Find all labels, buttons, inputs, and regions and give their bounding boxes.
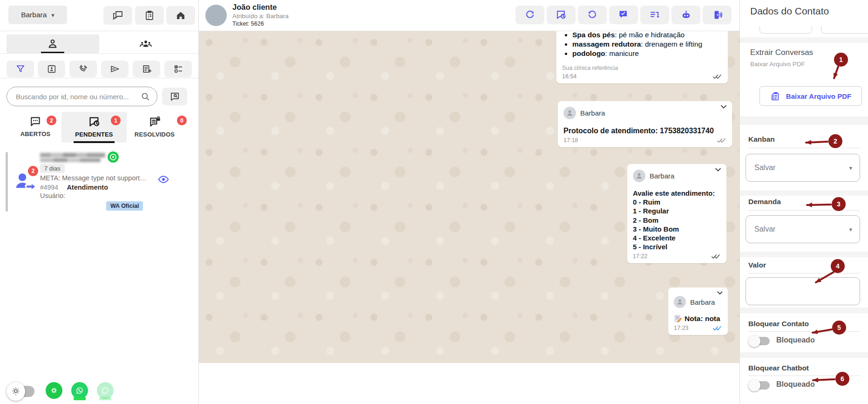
phone-sound-icon: [712, 9, 723, 21]
search-input[interactable]: [15, 92, 140, 101]
chevron-down-icon: ▾: [849, 226, 852, 233]
search-bar: [7, 87, 157, 106]
reload-button[interactable]: [515, 6, 544, 24]
annotation-number: 2: [834, 137, 837, 145]
refresh-icon: [524, 9, 536, 21]
message-menu-chevron-icon[interactable]: [719, 104, 728, 110]
annotation-1: 1: [834, 53, 848, 78]
schedule-message-button[interactable]: [547, 6, 576, 24]
message-bubble[interactable]: Barbara Avalie este atendimento: 0 - Rui…: [627, 164, 726, 263]
user-selector-button[interactable]: Barbara ▾: [8, 6, 67, 24]
download-pdf-label: Baixar Arquivo PDF: [786, 92, 851, 100]
brightness-sun-icon: [11, 386, 21, 397]
contact-avatar[interactable]: [205, 5, 227, 26]
extract-heading: Extrair Conversas: [750, 48, 813, 57]
message-time: 16:54: [562, 73, 576, 80]
demanda-select[interactable]: Salvar ▾: [746, 215, 860, 243]
message-signature: Sua clínica referência: [562, 65, 722, 71]
whatsapp-settings-button[interactable]: [46, 382, 62, 399]
tasks-button[interactable]: [135, 6, 164, 25]
divider: [748, 273, 860, 274]
campaign-send-button[interactable]: [101, 61, 129, 77]
chat-column: João cliente Atribuído a: Barbara Ticket…: [199, 0, 739, 404]
channel-call-button[interactable]: [703, 6, 732, 24]
message-menu-chevron-icon[interactable]: [713, 167, 723, 173]
search-messages-button[interactable]: [162, 88, 187, 105]
chatbot-button[interactable]: [671, 6, 700, 24]
block-contact-toggle-thumb[interactable]: [748, 335, 760, 347]
ticket-queue: Atendimento: [67, 184, 108, 191]
tab-pendentes[interactable]: PENDENTES: [71, 112, 117, 143]
section-gap: [740, 37, 868, 43]
undo-icon: [587, 9, 598, 21]
message-bubble[interactable]: Barbara Nota: nota 17:23: [668, 288, 728, 335]
composer-bar: ⋮ ▾: [199, 363, 739, 404]
phone-in-talk-icon: [78, 64, 88, 74]
connection-version-tag: [74, 397, 86, 400]
memo-note-icon: [674, 315, 682, 323]
section-gap: [740, 190, 868, 196]
message-bubble[interactable]: Spa dos pés: pé mão e hidratação massage…: [556, 31, 728, 83]
list-item: massagem redutora: drenagem e lifting: [572, 40, 722, 49]
valor-label: Valor: [748, 261, 766, 269]
sender-avatar: [563, 107, 576, 119]
download-pdf-button[interactable]: Baixar Arquivo PDF: [760, 86, 862, 106]
block-chatbot-toggle-thumb[interactable]: [748, 379, 760, 391]
return-to-queue-button[interactable]: [578, 6, 607, 24]
note-add-icon: [142, 64, 152, 74]
calls-button[interactable]: [69, 61, 97, 77]
sender-name: Barbara: [580, 109, 605, 117]
spy-eye-icon[interactable]: [157, 173, 170, 185]
home-button[interactable]: [166, 6, 195, 25]
message-list[interactable]: Spa dos pés: pé mão e hidratação massage…: [199, 31, 739, 363]
assigned-to: Atribuído a: Barbara: [232, 13, 289, 20]
panel-title: Dados do Contato: [750, 6, 829, 17]
message-menu-chevron-icon[interactable]: [716, 290, 724, 296]
ticket-accent-bar: [6, 152, 8, 212]
message-list-items: Spa dos pés: pé mão e hidratação massage…: [562, 31, 722, 58]
gear-chat-icon: [49, 386, 59, 395]
contact-card-button[interactable]: [38, 61, 65, 77]
demanda-label: Demanda: [748, 198, 781, 206]
rating-line: 0 - Ruim: [633, 198, 721, 206]
resolve-button[interactable]: [609, 6, 638, 24]
block-chatbot-state: Bloqueado: [776, 380, 815, 389]
divider: [748, 148, 860, 148]
demanda-select-value: Salvar: [754, 225, 775, 233]
rating-line: 5 - Incrível: [633, 242, 721, 251]
checklist-button[interactable]: [164, 61, 192, 77]
double-check-icon: [712, 74, 722, 80]
internal-chat-button[interactable]: [103, 6, 132, 25]
chat-lock-icon: [149, 116, 161, 128]
new-note-button[interactable]: [133, 61, 160, 77]
search-icon[interactable]: [140, 91, 150, 102]
divider: [0, 78, 199, 78]
chat-header: João cliente Atribuído a: Barbara Ticket…: [199, 0, 739, 31]
tab-group-contacts[interactable]: [132, 36, 160, 51]
whatsapp-icon: [100, 385, 110, 396]
resolvidos-count-badge: 0: [177, 116, 187, 125]
annotation-5: 5: [813, 321, 846, 335]
transfer-ticket-button[interactable]: [640, 6, 669, 24]
tab-individual-contacts[interactable]: [39, 36, 67, 51]
valor-input[interactable]: [746, 277, 860, 305]
sender-avatar: [674, 296, 686, 308]
chat-search-icon: [170, 91, 180, 102]
whatsapp-connection-button[interactable]: [71, 382, 88, 399]
filter-button[interactable]: [7, 61, 34, 77]
kanban-select-value: Salvar: [754, 164, 775, 172]
left-sidebar: Barbara ▾: [0, 0, 199, 404]
sender-name: Barbara: [690, 298, 715, 306]
theme-toggle-thumb[interactable]: [7, 382, 25, 401]
tab-pendentes-label: PENDENTES: [75, 131, 113, 138]
annotation-number: 3: [837, 200, 841, 208]
kanban-select[interactable]: Salvar ▾: [746, 154, 860, 182]
block-contact-label: Bloquear Contato: [748, 320, 809, 328]
double-check-read-icon: [712, 325, 722, 331]
people-icon: [139, 37, 152, 50]
whatsapp-connection-button-inactive[interactable]: [97, 382, 114, 399]
ticket-list-item[interactable]: 2 7 dias META: Message type not support……: [4, 149, 197, 215]
message-bubble[interactable]: Barbara Protocolo de atendimento: 175382…: [558, 101, 732, 147]
tab-resolvidos[interactable]: RESOLVIDOS: [130, 112, 179, 143]
contact-details-panel: Dados do Contato Extrair Conversas Baixa…: [739, 0, 868, 404]
